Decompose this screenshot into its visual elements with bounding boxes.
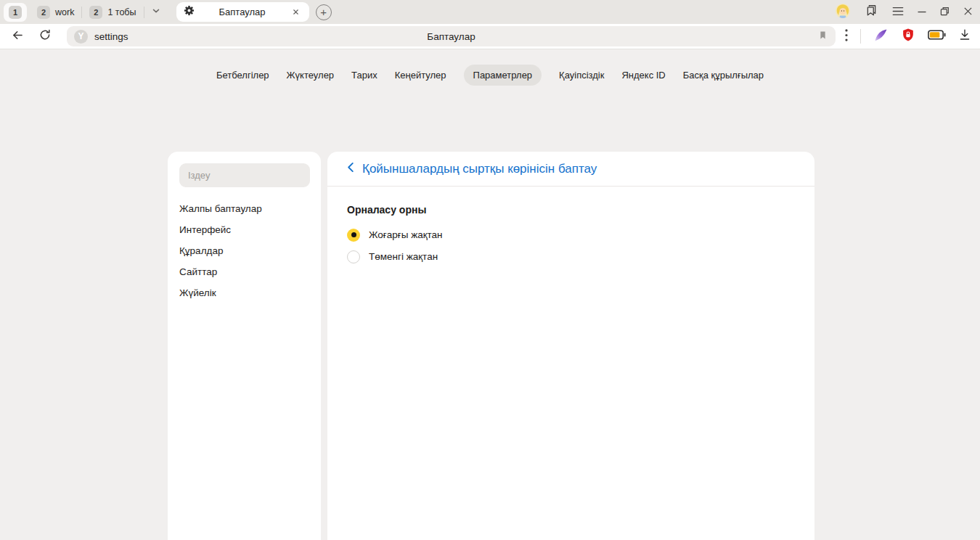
bookmarks-panel-icon (865, 4, 878, 20)
settings-content-panel: Қойыншалардың сыртқы көрінісін баптау Ор… (327, 152, 814, 540)
downloads-button[interactable] (958, 28, 971, 44)
reload-icon (38, 28, 52, 44)
tab-groups-strip: 1 2 work 2 1 тобы (0, 0, 332, 24)
site-favicon-badge: Y (74, 30, 88, 44)
sidebar-item-tools[interactable]: Құралдар (168, 240, 321, 261)
browser-window: 1 2 work 2 1 тобы (0, 0, 980, 540)
settings-page: Бетбелгілер Жүктеулер Тарих Кеңейтулер П… (0, 50, 980, 540)
gear-icon (184, 5, 195, 19)
minimize-icon (918, 6, 926, 19)
arrow-left-icon (11, 28, 25, 45)
search-input[interactable] (179, 163, 310, 187)
browser-toolbar: Y settings Баптаулар (0, 24, 980, 49)
restore-icon (940, 6, 950, 19)
settings-top-nav: Бетбелгілер Жүктеулер Тарих Кеңейтулер П… (0, 65, 980, 86)
tab-group-label: 1 тобы (107, 7, 136, 17)
window-minimize-button[interactable] (918, 6, 926, 19)
sidebar-item-interface[interactable]: Интерфейс (168, 219, 321, 240)
bookmark-page-button[interactable] (817, 30, 828, 44)
sidebar-search[interactable] (179, 163, 310, 187)
nav-tab-extensions[interactable]: Кеңейтулер (395, 65, 446, 86)
close-icon (292, 6, 300, 19)
tab-bar: 1 2 work 2 1 тобы (0, 0, 980, 24)
settings-options-body: Орналасу орны Жоғарғы жақтан Төменгі жақ… (327, 187, 814, 289)
profile-avatar[interactable] (835, 3, 851, 22)
window-restore-button[interactable] (940, 6, 950, 19)
page-title: Қойыншалардың сыртқы көрінісін баптау (362, 162, 597, 176)
close-icon (963, 6, 973, 19)
nav-tab-other-devices[interactable]: Басқа құрылғылар (683, 65, 764, 86)
radio-option-label: Жоғарғы жақтан (369, 229, 443, 240)
radio-option-top[interactable]: Жоғарғы жақтан (347, 228, 795, 242)
sidebar-item-sites[interactable]: Сайттар (168, 261, 321, 282)
shield-lock-icon (901, 28, 915, 45)
tab-group-active[interactable]: 1 (4, 3, 27, 22)
section-title: Орналасу орны (347, 204, 795, 216)
quill-icon (873, 28, 889, 46)
tab-group-work[interactable]: 2 work (30, 3, 81, 22)
settings-back-header[interactable]: Қойыншалардың сыртқы көрінісін баптау (327, 152, 814, 187)
tab-group-label: work (55, 7, 74, 17)
active-browser-tab[interactable]: Баптаулар (176, 2, 309, 22)
settings-sidebar: Жалпы баптаулар Интерфейс Құралдар Сайтт… (168, 152, 321, 540)
side-panel-button[interactable] (865, 4, 878, 20)
window-close-button[interactable] (963, 6, 973, 19)
nav-tab-bookmarks[interactable]: Бетбелгілер (216, 65, 269, 86)
tab-close-button[interactable] (290, 7, 302, 18)
bookmark-flag-icon (817, 30, 828, 44)
alice-assistant-button[interactable] (873, 28, 889, 46)
tab-group-count-badge: 2 (37, 6, 50, 19)
sidebar-sections: Жалпы баптаулар Интерфейс Құралдар Сайтт… (168, 198, 321, 303)
radio-option-label: Төменгі жақтан (369, 251, 438, 262)
nav-tab-security[interactable]: Қауіпсіздік (559, 65, 604, 86)
tab-title: Баптаулар (195, 7, 290, 17)
nav-tab-settings[interactable]: Параметрлер (464, 65, 542, 86)
back-button[interactable] (9, 28, 26, 45)
battery-icon (928, 30, 946, 43)
divider (860, 29, 861, 44)
nav-tab-history[interactable]: Тарих (351, 65, 377, 86)
chevron-left-icon (347, 162, 354, 176)
battery-saver-button[interactable] (928, 30, 946, 43)
address-bar-page-title: Баптаулар (427, 31, 475, 42)
tab-group-count-badge: 2 (89, 6, 102, 19)
protect-button[interactable] (901, 28, 915, 45)
download-icon (958, 28, 971, 44)
sidebar-item-system[interactable]: Жүйелік (168, 282, 321, 303)
reload-button[interactable] (36, 28, 54, 45)
tab-group-1-toby[interactable]: 2 1 тобы (82, 3, 143, 22)
tab-groups-dropdown-button[interactable] (144, 6, 168, 19)
tab-group-count-badge: 1 (9, 6, 22, 19)
nav-tab-downloads[interactable]: Жүктеулер (287, 65, 335, 86)
browser-menu-button[interactable] (892, 6, 904, 19)
url-text[interactable]: settings (94, 31, 128, 42)
kebab-menu-icon (845, 29, 848, 44)
nav-tab-yandex-id[interactable]: Яндекс ID (621, 65, 665, 86)
window-controls (835, 0, 973, 24)
sidebar-item-general[interactable]: Жалпы баптаулар (168, 198, 321, 219)
address-bar[interactable]: Y settings Баптаулар (67, 26, 836, 46)
radio-selected-icon[interactable] (347, 229, 360, 242)
more-options-button[interactable] (845, 29, 848, 44)
radio-unselected-icon[interactable] (347, 250, 360, 263)
chevron-down-icon (151, 6, 161, 19)
avatar-icon (835, 3, 851, 22)
radio-option-bottom[interactable]: Төменгі жақтан (347, 250, 795, 263)
hamburger-menu-icon (892, 6, 904, 19)
toolbar-extensions (845, 28, 971, 46)
new-tab-button[interactable]: + (316, 4, 332, 20)
